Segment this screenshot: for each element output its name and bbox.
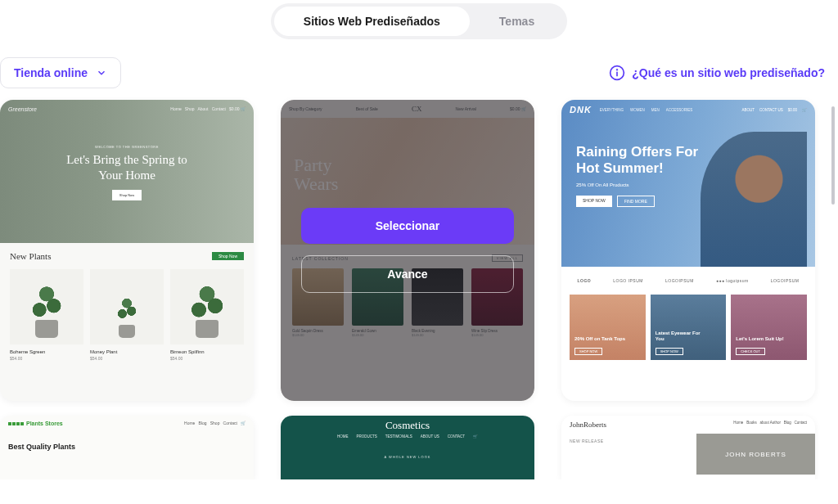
t5-eyebrow: A WHOLE NEW LOOK xyxy=(281,455,534,459)
t3-brand-logos: LOGOLOGO IPSUMLOGOIPSUM●●● logoipsumLOGO… xyxy=(561,267,815,295)
svg-point-2 xyxy=(617,70,618,70)
t1-eyebrow: WELCOME TO THE GREENSTORE xyxy=(0,145,254,149)
template-card-cosmetics[interactable]: Cosmetics HOMEPRODUCTSTESTIMONIALSABOUT … xyxy=(281,416,534,479)
template-card-plants[interactable]: Plants Stores Home Blog Shop Contact 🛒 B… xyxy=(0,416,254,479)
tabs-container: Sitios Web Prediseñados Temas xyxy=(0,0,838,46)
template-card-johnroberts[interactable]: JohnRoberts Home Books about Author Blog… xyxy=(561,416,815,479)
tabs-pill: Sitios Web Prediseñados Temas xyxy=(271,3,567,39)
t1-logo: Greenstore xyxy=(8,106,37,112)
t1-title: Let's Bring the Spring toYour Home xyxy=(0,152,254,183)
template-overlay: Seleccionar Avance xyxy=(281,100,534,401)
t5-logo: Cosmetics xyxy=(281,416,534,432)
t4-heading: Best Quality Plants xyxy=(8,443,246,451)
t1-nav: Home Shop About Contact $0.00 🛒 xyxy=(170,106,246,112)
preview-button[interactable]: Avance xyxy=(301,255,514,293)
t6-author: JOHN ROBERTS xyxy=(696,434,815,475)
t4-logo: Plants Stores xyxy=(8,421,63,426)
t3-model-image xyxy=(701,132,807,267)
t3-logo: DNK xyxy=(570,105,592,115)
help-label: ¿Qué es un sitio web prediseñado? xyxy=(632,66,825,79)
tab-predesigned[interactable]: Sitios Web Prediseñados xyxy=(274,7,470,36)
help-link[interactable]: ¿Qué es un sitio web prediseñado? xyxy=(609,65,825,81)
t3-hero-sub: 25% Off On All Products xyxy=(576,182,698,187)
dropdown-label: Tienda online xyxy=(14,66,88,79)
select-button[interactable]: Seleccionar xyxy=(301,208,514,244)
category-dropdown[interactable]: Tienda online xyxy=(0,57,121,88)
info-icon xyxy=(609,65,625,81)
template-grid: Greenstore Home Shop About Contact $0.00… xyxy=(0,100,838,479)
t1-shop-pill: Shop Now xyxy=(212,252,244,260)
t1-shop-btn: Shop Now xyxy=(112,190,142,200)
template-card-dnk[interactable]: DNK EVERYTHINGWOMENMENACCESSORIES ABOUTC… xyxy=(561,100,815,401)
t6-section: NEW RELEASE xyxy=(561,434,696,475)
t3-hero-title: Raining Offers ForHot Summer! xyxy=(576,144,698,178)
t1-hero: Greenstore Home Shop About Contact $0.00… xyxy=(0,100,254,243)
chevron-down-icon xyxy=(96,67,107,79)
subbar: Tienda online ¿Qué es un sitio web predi… xyxy=(0,46,838,100)
tab-themes[interactable]: Temas xyxy=(470,7,564,36)
template-card-cx[interactable]: Shop By Category Best of Sale CX New Arr… xyxy=(281,100,534,401)
scrollbar[interactable] xyxy=(831,106,835,205)
t6-logo: JohnRoberts xyxy=(570,421,606,429)
template-card-greenstore[interactable]: Greenstore Home Shop About Contact $0.00… xyxy=(0,100,254,401)
t1-section-title: New Plants xyxy=(10,251,51,261)
